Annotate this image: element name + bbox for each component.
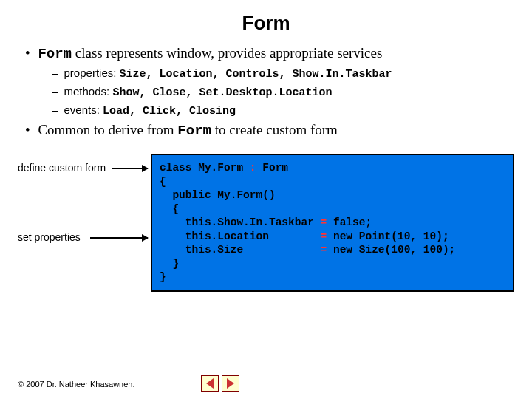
prev-button[interactable] <box>201 375 219 392</box>
sub-1-label: properties: <box>64 66 120 79</box>
sub-3: events: Load, Click, Closing <box>47 103 514 117</box>
bullet-2-post: to create custom form <box>211 122 338 137</box>
bullet-1-code: Form <box>38 46 72 62</box>
sub-1-code: Size, Location, Controls, Show.In.Taskba… <box>120 68 392 81</box>
bullet-1: Form class represents window, provides a… <box>18 45 514 117</box>
annotation-column: define custom form set properties <box>18 160 151 284</box>
bullet-2-code: Form <box>177 123 211 139</box>
bullet-2-pre: Common to derive from <box>38 122 177 137</box>
annot-define: define custom form <box>18 162 106 174</box>
slide-title: Form <box>18 12 514 35</box>
triangle-right-icon <box>227 378 234 389</box>
sub-3-label: events: <box>64 103 103 116</box>
sub-3-code: Load, Click, Closing <box>103 105 236 117</box>
annot-setprops: set properties <box>18 231 81 243</box>
sub-2-label: methods: <box>64 85 113 98</box>
nav-controls <box>201 375 239 392</box>
code-block: class My.Form : Form { public My.Form() … <box>151 154 514 292</box>
triangle-left-icon <box>206 378 214 389</box>
sub-2-code: Show, Close, Set.Desktop.Location <box>112 86 332 99</box>
arrow-icon <box>90 237 148 239</box>
arrow-icon <box>112 168 148 169</box>
bullet-2: Common to derive from Form to create cus… <box>18 122 514 139</box>
sub-1: properties: Size, Location, Controls, Sh… <box>47 66 514 81</box>
next-button[interactable] <box>222 375 239 392</box>
copyright: © 2007 Dr. Natheer Khasawneh. <box>18 380 135 389</box>
bullet-1-text: class represents window, provides approp… <box>72 45 382 61</box>
sub-2: methods: Show, Close, Set.Desktop.Locati… <box>47 85 514 99</box>
